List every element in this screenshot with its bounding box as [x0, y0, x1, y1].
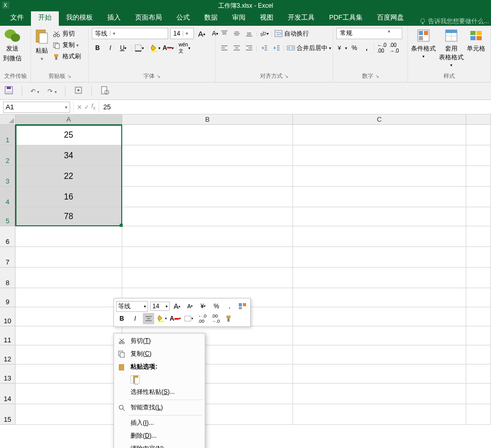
cell[interactable]: [15, 307, 122, 326]
cell[interactable]: [15, 326, 122, 345]
number-dialog-launcher[interactable]: ↘: [375, 73, 379, 79]
cell[interactable]: 16: [15, 187, 122, 207]
col-header-C[interactable]: C: [293, 114, 466, 125]
mini-cond-format[interactable]: [237, 301, 248, 312]
cell[interactable]: [466, 404, 491, 425]
cell[interactable]: 22: [15, 166, 122, 187]
mini-comma[interactable]: ,: [224, 301, 235, 312]
cell[interactable]: [122, 268, 293, 288]
cell[interactable]: [293, 345, 466, 364]
cm-smart-lookup[interactable]: 智能查找(L): [114, 401, 205, 414]
send-wechat-button[interactable]: 发送 到微信: [3, 28, 22, 63]
increase-indent-button[interactable]: [271, 42, 282, 54]
cell[interactable]: [293, 226, 466, 247]
tab-file[interactable]: 文件: [3, 10, 31, 26]
cm-insert[interactable]: 插入(I)...: [114, 417, 205, 429]
name-box[interactable]: A1▾: [3, 102, 70, 113]
tab-templates[interactable]: 我的模板: [59, 10, 100, 26]
row-header[interactable]: 12: [0, 345, 15, 364]
tab-layout[interactable]: 页面布局: [128, 10, 169, 26]
enter-icon[interactable]: ✓: [84, 104, 89, 111]
cm-paste-special[interactable]: 选择性粘贴(S)...: [114, 386, 205, 399]
cell[interactable]: [466, 226, 491, 247]
tab-baidu[interactable]: 百度网盘: [370, 10, 411, 26]
cell[interactable]: [466, 166, 491, 187]
col-header-A[interactable]: A: [15, 114, 122, 125]
cell[interactable]: [122, 187, 293, 207]
tab-formulas[interactable]: 公式: [169, 10, 197, 26]
decrease-indent-button[interactable]: [258, 42, 270, 54]
row-header[interactable]: 14: [0, 384, 15, 404]
cell[interactable]: [293, 364, 466, 384]
cell[interactable]: [466, 247, 491, 268]
cell[interactable]: [122, 247, 293, 268]
align-dialog-launcher[interactable]: ↘: [284, 73, 288, 79]
cell[interactable]: [122, 207, 293, 226]
row-header[interactable]: 8: [0, 268, 15, 288]
undo-button[interactable]: ↶ ▾: [30, 88, 39, 95]
cell[interactable]: [466, 326, 491, 345]
mini-accounting[interactable]: ¥▾: [198, 301, 208, 312]
mini-italic[interactable]: I: [129, 313, 141, 324]
font-color-button[interactable]: A▾: [162, 42, 174, 54]
font-size-combo[interactable]: 14▾: [170, 28, 194, 39]
redo-button[interactable]: ↷ ▾: [47, 88, 56, 95]
cell[interactable]: [293, 268, 466, 288]
cell[interactable]: [293, 187, 466, 207]
tab-dev[interactable]: 开发工具: [281, 10, 322, 26]
mini-align-center[interactable]: [143, 313, 154, 324]
format-painter-button[interactable]: 格式刷: [52, 52, 82, 61]
align-bottom-button[interactable]: [243, 28, 255, 39]
align-right-button[interactable]: [243, 42, 255, 54]
paste-button[interactable]: 粘贴 ▾: [34, 28, 50, 61]
cancel-icon[interactable]: ✕: [77, 104, 82, 111]
cell[interactable]: [293, 145, 466, 166]
cell[interactable]: [15, 345, 122, 364]
mini-inc-decimal[interactable]: ←.0.00: [197, 313, 208, 324]
cell[interactable]: [466, 288, 491, 307]
copy-button[interactable]: 复制▾: [52, 40, 80, 50]
tell-me[interactable]: 告诉我您想要做什么...: [419, 17, 489, 26]
row-header[interactable]: 1: [0, 125, 15, 145]
touch-mode-button[interactable]: [74, 86, 83, 96]
cut-button[interactable]: 剪切: [52, 29, 76, 39]
row-header[interactable]: 6: [0, 226, 15, 247]
mini-fill-color[interactable]: ▾: [156, 313, 168, 324]
cell[interactable]: [15, 364, 122, 384]
fill-color-button[interactable]: ▾: [150, 42, 161, 54]
cell[interactable]: [466, 125, 491, 145]
select-all-corner[interactable]: [0, 114, 15, 125]
print-preview-button[interactable]: [100, 86, 109, 96]
cell[interactable]: [293, 125, 466, 145]
mini-font-combo[interactable]: 等线▾: [116, 301, 148, 312]
cell-styles-button[interactable]: 单元格: [467, 28, 485, 53]
cell[interactable]: [466, 384, 491, 404]
cell[interactable]: [15, 384, 122, 404]
cell[interactable]: [293, 326, 466, 345]
align-middle-button[interactable]: [231, 28, 242, 39]
cell[interactable]: [293, 404, 466, 425]
percent-button[interactable]: %: [349, 42, 360, 54]
cell[interactable]: [122, 166, 293, 187]
tab-view[interactable]: 视图: [253, 10, 281, 26]
formula-input[interactable]: 25: [99, 103, 491, 111]
row-header[interactable]: 2: [0, 145, 15, 166]
cm-clear[interactable]: 清除内容(N): [114, 442, 205, 448]
row-header[interactable]: 9: [0, 288, 15, 307]
orientation-button[interactable]: ab▾: [258, 28, 270, 39]
row-header[interactable]: 5: [0, 207, 15, 226]
cell[interactable]: [466, 268, 491, 288]
cm-copy[interactable]: 复制(C): [114, 347, 205, 360]
cell[interactable]: [122, 226, 293, 247]
cell[interactable]: [15, 226, 122, 247]
accounting-format-button[interactable]: ¥▾: [336, 42, 348, 54]
cell[interactable]: [15, 404, 122, 425]
cell[interactable]: [466, 207, 491, 226]
phonetic-button[interactable]: wén文▾: [178, 42, 190, 54]
cell[interactable]: [293, 166, 466, 187]
italic-button[interactable]: I: [105, 42, 116, 54]
cm-cut[interactable]: 剪切(T): [114, 335, 205, 347]
bold-button[interactable]: B: [92, 42, 103, 54]
clipboard-dialog-launcher[interactable]: ↘: [67, 73, 71, 79]
cell[interactable]: [293, 207, 466, 226]
